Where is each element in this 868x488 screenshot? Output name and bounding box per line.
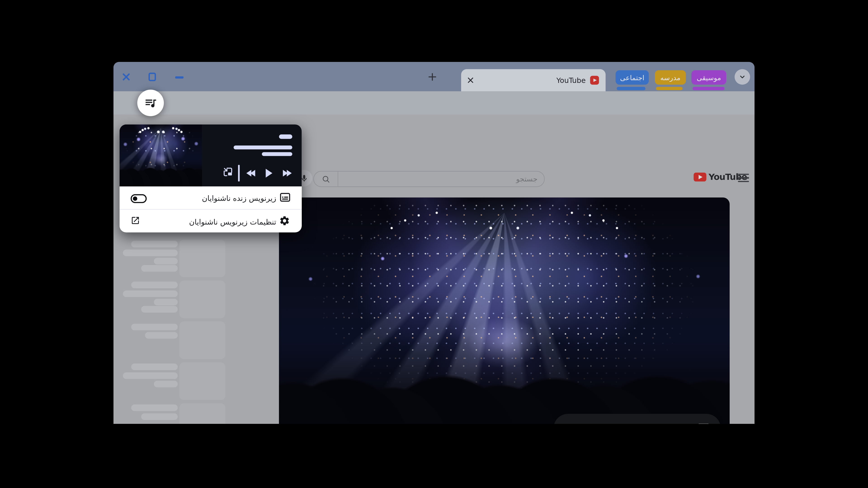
new-tab-icon[interactable]: [428, 72, 437, 84]
tab-group-tab-purple: [692, 87, 725, 90]
skeleton-thumbnail: [179, 239, 225, 277]
settings-gear-icon: [279, 215, 290, 226]
tab-group-label: مدرسه: [660, 73, 680, 82]
screenshot-stage: YouTube اجتماعی مدرسه موسیقی: [0, 0, 868, 488]
tab-search-button[interactable]: [735, 69, 750, 85]
play-button[interactable]: [264, 166, 275, 180]
captions-icon: [280, 193, 291, 202]
youtube-logo-icon: [694, 173, 706, 182]
media-controls-button[interactable]: [137, 90, 164, 116]
video-frame: [279, 197, 730, 424]
tab-group-chip-music[interactable]: موسیقی: [691, 70, 726, 85]
tab-close-icon[interactable]: [468, 77, 473, 83]
caption-settings-label: تنظیمات زیرنویس ناشنوایان: [189, 217, 276, 226]
skeleton-thumbnail: [179, 403, 225, 424]
open-in-new-icon: [131, 216, 140, 225]
caption-settings-row[interactable]: تنظیمات زیرنویس ناشنوایان: [120, 209, 302, 232]
previous-track-button[interactable]: [245, 168, 257, 179]
window-maximize-icon[interactable]: [148, 72, 157, 81]
tab-group-chip-school[interactable]: مدرسه: [655, 70, 686, 85]
cast-status-banner: درحال پخش در تلویزیون اتاق نشیمن: [554, 414, 721, 424]
media-controls-popup: زیرنویس زنده ناشنوایان تنظیمات زیرنویس ن…: [120, 125, 302, 232]
cast-icon: [698, 422, 710, 424]
picture-in-picture-button[interactable]: [221, 165, 234, 177]
skeleton-video-item: [114, 362, 230, 401]
picture-in-picture-icon: [222, 166, 233, 177]
media-controls-icon: [144, 96, 157, 109]
media-title-placeholder: [234, 145, 292, 149]
skeleton-thumbnail: [179, 281, 225, 318]
search-icon: [321, 175, 330, 184]
window-close-icon[interactable]: [122, 72, 131, 81]
controls-divider: [238, 165, 239, 182]
skeleton-thumbnail: [179, 362, 225, 400]
browser-window: YouTube اجتماعی مدرسه موسیقی: [114, 62, 754, 424]
skeleton-video-item: [114, 281, 230, 319]
skeleton-video-item: [114, 403, 230, 424]
cast-status-text: درحال پخش در تلویزیون اتاق نشیمن: [564, 423, 691, 424]
tab-group-label: اجتماعی: [620, 73, 644, 82]
live-caption-toggle[interactable]: [131, 194, 147, 203]
search-input[interactable]: [338, 171, 544, 186]
tab-group-tab-blue: [617, 87, 645, 90]
skeleton-video-item: [114, 239, 230, 278]
skeleton-thumbnail: [179, 322, 225, 359]
media-source-placeholder: [279, 134, 292, 138]
live-caption-row: زیرنویس زنده ناشنوایان: [120, 186, 302, 209]
active-tab[interactable]: YouTube: [461, 69, 606, 91]
youtube-favicon-icon: [590, 76, 599, 85]
tab-group-label: موسیقی: [697, 73, 721, 82]
skeleton-video-item: [114, 322, 230, 360]
tab-strip: YouTube اجتماعی مدرسه موسیقی: [114, 62, 754, 91]
tab-group-tab-yellow: [656, 87, 683, 90]
browser-toolbar: ☆ youtube.com/watch/: [114, 91, 754, 115]
tab-title: YouTube: [557, 76, 586, 85]
guide-menu-icon[interactable]: [738, 174, 749, 182]
youtube-search-bar[interactable]: [313, 171, 545, 187]
chevron-down-icon: [739, 73, 746, 80]
media-artwork: [120, 125, 202, 186]
video-player[interactable]: درحال پخش در تلویزیون اتاق نشیمن: [279, 197, 730, 424]
next-track-button[interactable]: [281, 168, 293, 179]
live-caption-label: زیرنویس زنده ناشنوایان: [202, 194, 276, 202]
tab-group-chip-social[interactable]: اجتماعی: [616, 70, 649, 85]
window-minimize-icon[interactable]: [175, 76, 184, 85]
search-button[interactable]: [314, 171, 338, 186]
media-artist-placeholder: [262, 152, 292, 156]
